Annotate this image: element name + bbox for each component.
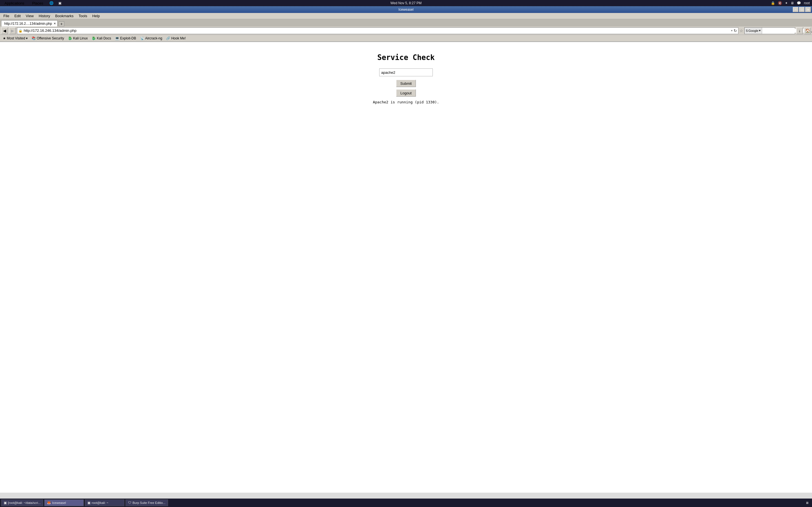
kali-docs-icon: 🐉: [92, 36, 96, 40]
submit-button[interactable]: Submit: [396, 80, 416, 87]
chat-icon: 💬: [797, 1, 801, 5]
menu-bar: File Edit View History Bookmarks Tools H…: [0, 13, 812, 19]
bookmark-hook-me-label: Hook Me!: [171, 36, 186, 40]
username: root: [804, 1, 810, 5]
help-menu[interactable]: Help: [90, 13, 102, 18]
search-engine-label: Google: [748, 29, 758, 33]
bookmark-aircrack-ng[interactable]: 📡 Aircrack-ng: [139, 36, 164, 41]
back-button[interactable]: ◀: [1, 27, 8, 34]
hook-me-icon: 🔗: [166, 36, 170, 40]
tab-bar: http://172.16.2....134/admin.php ✕ +: [0, 19, 812, 26]
tab-label: http://172.16.2....134/admin.php: [4, 22, 52, 25]
volume-icon: 🔇: [778, 1, 782, 5]
bluetooth-icon: ✦: [785, 1, 788, 5]
bookmark-exploit-db[interactable]: 💻 Exploit-DB: [113, 36, 138, 41]
secure-icon: 🔒: [18, 29, 22, 33]
bookmark-kali-docs[interactable]: 🐉 Kali Docs: [90, 36, 113, 41]
bookmark-offensive-security[interactable]: 📚 Offensive Security: [30, 36, 66, 41]
close-button[interactable]: ✕: [805, 7, 811, 12]
edit-menu[interactable]: Edit: [12, 13, 23, 18]
system-datetime: Wed Nov 5, 8:27 PM: [391, 1, 422, 5]
logout-button[interactable]: Logout: [396, 89, 416, 97]
bookmark-kali-linux[interactable]: 🐉 Kali Linux: [66, 36, 89, 41]
terminal-icon: ▣: [57, 1, 62, 6]
minimize-button[interactable]: −: [793, 7, 799, 12]
browser-title: Iceweasel: [398, 8, 413, 11]
applications-menu[interactable]: Applications: [2, 1, 27, 6]
aircrack-ng-icon: 📡: [140, 36, 144, 40]
search-engine-arrow: ▾: [759, 29, 761, 33]
bookmark-hook-me[interactable]: 🔗 Hook Me!: [164, 36, 187, 41]
active-tab[interactable]: http://172.16.2....134/admin.php ✕: [1, 20, 57, 26]
places-menu[interactable]: Places: [30, 1, 45, 6]
title-bar: Iceweasel − □ ✕: [0, 6, 812, 13]
bookmark-aircrack-ng-label: Aircrack-ng: [145, 36, 162, 40]
history-menu[interactable]: History: [36, 13, 52, 18]
tab-close-button[interactable]: ✕: [53, 22, 56, 25]
bookmark-most-visited-arrow: ▾: [26, 36, 28, 40]
search-engine-selector[interactable]: S Google ▾: [745, 27, 762, 34]
url-input[interactable]: [24, 29, 730, 33]
browser-chrome: Iceweasel − □ ✕ File Edit View History B…: [0, 6, 812, 42]
bookmark-offensive-security-label: Offensive Security: [37, 36, 64, 40]
kali-linux-icon: 🐉: [68, 36, 72, 40]
bookmarks-bar: ★ Most Visited ▾ 📚 Offensive Security 🐉 …: [0, 35, 812, 42]
globe-icon: 🌐: [49, 1, 54, 6]
new-tab-button[interactable]: +: [59, 21, 64, 26]
page-content: Service Check Submit Logout Apache2 is r…: [0, 42, 812, 493]
downloads-button[interactable]: ↓: [796, 27, 803, 34]
network-icon: 🔒: [771, 1, 775, 5]
bookmark-most-visited[interactable]: ★ Most Visited ▾: [1, 36, 29, 41]
nav-bar: ◀ ▶ 🔒 ▾ ↻ ☆ S Google ▾ 🔍 ↓ 🏠: [0, 26, 812, 35]
reload-button[interactable]: ↻: [733, 29, 737, 33]
url-bar-container: 🔒 ▾ ↻: [17, 27, 739, 34]
system-bar: Applications Places 🌐 ▣ Wed Nov 5, 8:27 …: [0, 0, 812, 6]
bookmark-star[interactable]: ☆: [740, 29, 743, 33]
bookmarks-menu[interactable]: Bookmarks: [53, 13, 76, 18]
most-visited-icon: ★: [3, 36, 6, 40]
home-button[interactable]: 🏠: [804, 27, 811, 34]
bookmark-exploit-db-label: Exploit-DB: [120, 36, 136, 40]
offensive-security-icon: 📚: [32, 36, 36, 40]
exploit-db-icon: 💻: [115, 36, 119, 40]
maximize-button[interactable]: □: [799, 7, 805, 12]
forward-button[interactable]: ▶: [9, 27, 16, 34]
file-menu[interactable]: File: [1, 13, 11, 18]
display-icon: 🖥: [791, 1, 794, 5]
url-dropdown-arrow[interactable]: ▾: [731, 29, 732, 32]
bookmark-kali-linux-label: Kali Linux: [73, 36, 88, 40]
view-menu[interactable]: View: [23, 13, 36, 18]
status-text: Apache2 is running (pid 1330).: [373, 100, 439, 104]
bookmark-most-visited-label: Most Visited: [7, 36, 25, 40]
window-controls: − □ ✕: [793, 7, 811, 12]
search-bar-container: S Google ▾ 🔍: [744, 27, 795, 34]
page-heading: Service Check: [377, 53, 435, 62]
tools-menu[interactable]: Tools: [77, 13, 89, 18]
search-engine-icon: S: [746, 29, 748, 33]
bookmark-kali-docs-label: Kali Docs: [97, 36, 111, 40]
service-input[interactable]: [379, 68, 433, 76]
